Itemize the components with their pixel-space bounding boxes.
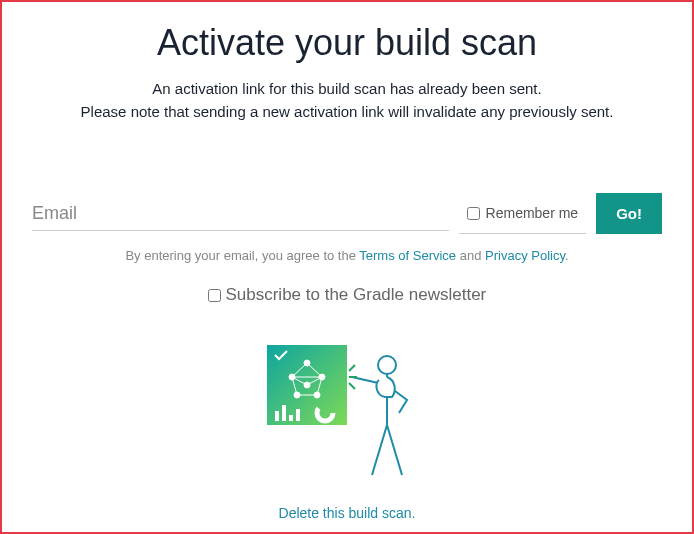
svg-line-21 <box>349 365 355 371</box>
subscribe-label: Subscribe to the Gradle newsletter <box>225 285 486 304</box>
go-button[interactable]: Go! <box>596 193 662 234</box>
svg-rect-18 <box>296 409 300 421</box>
svg-point-20 <box>378 356 396 374</box>
agree-suffix: . <box>565 248 569 263</box>
remember-me-label: Remember me <box>486 205 579 221</box>
svg-rect-15 <box>275 411 279 421</box>
subscribe-row: Subscribe to the Gradle newsletter <box>32 285 662 305</box>
remember-me-wrap: Remember me <box>459 193 587 234</box>
subtitle: An activation link for this build scan h… <box>32 78 662 123</box>
subscribe-checkbox[interactable] <box>208 289 221 302</box>
svg-rect-16 <box>282 405 286 421</box>
agree-and: and <box>456 248 485 263</box>
svg-line-23 <box>349 383 355 389</box>
subtitle-line-1: An activation link for this build scan h… <box>152 80 541 97</box>
gradle-illustration <box>257 335 437 485</box>
remember-me-checkbox[interactable] <box>467 207 480 220</box>
email-form-row: Remember me Go! <box>32 193 662 234</box>
agree-text: By entering your email, you agree to the… <box>32 248 662 263</box>
svg-rect-17 <box>289 415 293 421</box>
page-title: Activate your build scan <box>32 22 662 64</box>
subtitle-line-2: Please note that sending a new activatio… <box>81 103 614 120</box>
tos-link[interactable]: Terms of Service <box>359 248 456 263</box>
agree-prefix: By entering your email, you agree to the <box>125 248 359 263</box>
delete-build-scan-link[interactable]: Delete this build scan. <box>32 505 662 521</box>
email-field[interactable] <box>32 197 449 231</box>
privacy-link[interactable]: Privacy Policy <box>485 248 565 263</box>
